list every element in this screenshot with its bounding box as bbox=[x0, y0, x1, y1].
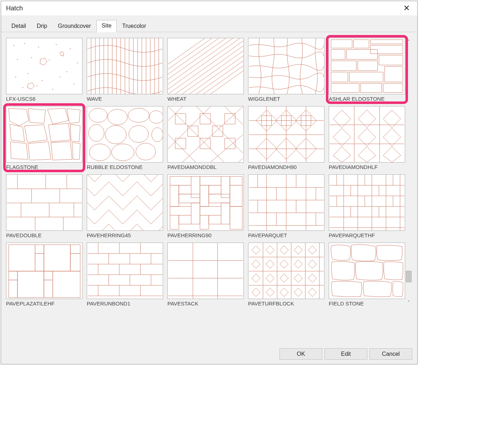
svg-point-87 bbox=[89, 144, 110, 161]
swatch-cell[interactable]: PAVEHERRING90 bbox=[167, 174, 244, 238]
swatch-label: FLAGSTONE bbox=[6, 163, 82, 170]
swatch-cell[interactable]: FIELD STONE bbox=[329, 243, 405, 307]
svg-marker-251 bbox=[266, 274, 274, 283]
tab-detail[interactable]: Detail bbox=[6, 20, 31, 32]
svg-line-39 bbox=[168, 38, 243, 94]
swatch-cell[interactable]: PAVEPARQUETHF bbox=[329, 174, 405, 238]
tab-site[interactable]: Site bbox=[96, 20, 117, 32]
swatch-preview bbox=[87, 38, 163, 94]
swatch-preview bbox=[329, 106, 405, 163]
svg-marker-256 bbox=[266, 288, 274, 297]
swatch-label: WAVE bbox=[87, 94, 163, 102]
svg-rect-206 bbox=[44, 280, 53, 298]
svg-rect-148 bbox=[230, 185, 242, 206]
ok-button[interactable]: OK bbox=[279, 348, 322, 360]
svg-rect-202 bbox=[17, 271, 44, 298]
svg-point-7 bbox=[49, 60, 50, 60]
swatch-label: PAVEDIAMONDH90 bbox=[248, 163, 324, 170]
swatch-cell[interactable]: LFX-USCS6 bbox=[6, 38, 82, 102]
swatch-cell[interactable]: PAVEDIAMONDHLF bbox=[329, 106, 405, 170]
swatch-grid: LFX-USCS6 WAVE bbox=[6, 38, 405, 307]
tab-groundcover[interactable]: Groundcover bbox=[52, 20, 96, 32]
scroll-up-icon[interactable]: ˄ bbox=[406, 39, 411, 44]
swatch-cell[interactable]: PAVESTACK bbox=[167, 243, 244, 307]
svg-rect-66 bbox=[383, 83, 403, 93]
svg-rect-155 bbox=[170, 215, 179, 229]
swatch-preview bbox=[87, 174, 163, 231]
scrollbar[interactable]: ˄ ˅ bbox=[405, 38, 412, 307]
close-button[interactable]: ✕ bbox=[399, 1, 414, 15]
swatch-cell[interactable]: PAVEDOUBLE bbox=[6, 174, 82, 238]
scroll-thumb[interactable] bbox=[406, 271, 412, 282]
cancel-button[interactable]: Cancel bbox=[369, 348, 412, 360]
svg-line-50 bbox=[168, 38, 222, 94]
close-icon: ✕ bbox=[403, 4, 410, 13]
button-bar: OK Edit Cancel bbox=[1, 346, 417, 364]
svg-rect-150 bbox=[209, 194, 230, 203]
svg-point-10 bbox=[15, 77, 16, 78]
svg-marker-241 bbox=[266, 246, 274, 254]
svg-point-84 bbox=[105, 125, 126, 144]
svg-marker-254 bbox=[308, 274, 317, 283]
swatch-cell[interactable]: RUBBLE ELDOSTONE bbox=[87, 106, 163, 170]
swatch-preview bbox=[167, 243, 244, 299]
svg-point-79 bbox=[89, 108, 107, 122]
tab-truecolor[interactable]: Truecolor bbox=[117, 20, 151, 32]
svg-rect-199 bbox=[35, 254, 44, 271]
svg-rect-159 bbox=[230, 206, 242, 229]
swatch-label: PAVEDOUBLE bbox=[6, 231, 82, 238]
svg-rect-144 bbox=[170, 185, 179, 206]
swatch-label: PAVEDIAMONDDBL bbox=[167, 163, 244, 170]
dialog-title: Hatch bbox=[6, 5, 23, 12]
svg-rect-139 bbox=[170, 176, 191, 185]
swatch-cell[interactable]: PAVEPARQUET bbox=[248, 174, 324, 238]
svg-marker-20 bbox=[27, 83, 35, 89]
swatch-cell[interactable]: WAVE bbox=[87, 38, 163, 102]
swatch-preview bbox=[248, 38, 324, 94]
svg-rect-57 bbox=[347, 50, 378, 60]
swatch-cell[interactable]: FLAGSTONE bbox=[5, 105, 84, 171]
svg-point-18 bbox=[66, 71, 67, 72]
swatch-label: PAVEPARQUETHF bbox=[329, 231, 405, 238]
svg-marker-75 bbox=[10, 142, 28, 159]
svg-marker-77 bbox=[51, 142, 72, 160]
swatch-cell[interactable]: PAVEHERRING45 bbox=[87, 174, 163, 238]
svg-marker-73 bbox=[49, 123, 70, 141]
svg-marker-74 bbox=[70, 124, 80, 141]
content-area: LFX-USCS6 WAVE bbox=[1, 32, 417, 346]
swatch-cell[interactable]: ASHLAR ELDOSTONE bbox=[327, 36, 407, 103]
svg-marker-253 bbox=[294, 274, 303, 283]
swatch-label: WHEAT bbox=[167, 94, 244, 102]
svg-point-0 bbox=[14, 45, 14, 46]
svg-marker-121 bbox=[358, 128, 376, 146]
svg-marker-259 bbox=[308, 288, 317, 297]
scroll-down-icon[interactable]: ˅ bbox=[406, 300, 411, 305]
svg-line-46 bbox=[203, 38, 243, 94]
svg-rect-65 bbox=[361, 83, 382, 93]
swatch-cell[interactable]: PAVEDIAMONDH90 bbox=[248, 106, 324, 170]
swatch-cell[interactable]: PAVEDIAMONDDBL bbox=[167, 106, 244, 170]
swatch-preview bbox=[6, 243, 82, 299]
tab-drip[interactable]: Drip bbox=[31, 20, 52, 32]
svg-rect-157 bbox=[200, 215, 209, 229]
edit-button[interactable]: Edit bbox=[324, 348, 367, 360]
svg-point-83 bbox=[89, 124, 104, 141]
svg-point-82 bbox=[149, 111, 163, 124]
svg-rect-56 bbox=[331, 50, 345, 60]
swatch-cell[interactable]: PAVERUNBOND1 bbox=[87, 243, 163, 307]
svg-rect-141 bbox=[200, 176, 221, 185]
svg-point-11 bbox=[28, 73, 29, 74]
svg-point-88 bbox=[111, 144, 134, 161]
svg-line-48 bbox=[168, 38, 236, 94]
swatch-label: WIGGLENET bbox=[248, 94, 324, 102]
svg-line-45 bbox=[196, 38, 243, 94]
swatch-cell[interactable]: PAVEPLAZATILEHF bbox=[6, 243, 82, 307]
swatch-cell[interactable]: WHEAT bbox=[167, 38, 244, 102]
svg-rect-59 bbox=[331, 61, 356, 71]
swatch-preview bbox=[87, 106, 163, 163]
svg-rect-205 bbox=[9, 280, 17, 298]
svg-point-89 bbox=[136, 143, 156, 160]
swatch-cell[interactable]: WIGGLENET bbox=[248, 38, 324, 102]
svg-point-81 bbox=[128, 108, 149, 122]
swatch-cell[interactable]: PAVETURFBLOCK bbox=[248, 243, 324, 307]
